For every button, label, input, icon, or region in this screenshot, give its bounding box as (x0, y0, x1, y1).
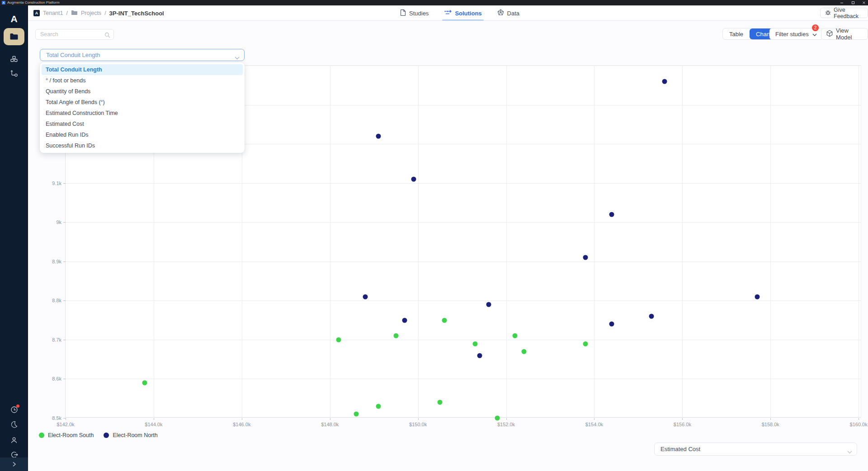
data-point-elect-room-north[interactable] (411, 177, 416, 182)
x-tick-label: $158.0k (762, 422, 779, 427)
window-titlebar[interactable]: A Augmenta Construction Platform (0, 0, 868, 5)
x-tick-label: $160.0k (850, 422, 868, 427)
search-icon (104, 32, 110, 40)
x-gridline (506, 66, 507, 417)
breadcrumb-tenant[interactable]: Tenant1 (43, 10, 63, 16)
data-point-elect-room-south[interactable] (354, 412, 359, 417)
x-tick-label: $150.0k (409, 422, 427, 427)
close-button[interactable] (861, 0, 867, 5)
y-tick-mark (63, 340, 66, 340)
x-tick-mark (154, 418, 154, 420)
search-input[interactable] (40, 29, 104, 39)
chevron-down-icon (812, 31, 817, 38)
data-point-elect-room-south[interactable] (521, 349, 526, 354)
sidebar-expand-button[interactable] (0, 457, 28, 471)
breadcrumb-projects[interactable]: Projects (81, 10, 101, 16)
sidebar-item-workflows[interactable] (0, 67, 28, 79)
tab-solutions[interactable]: Solutions (444, 5, 481, 21)
dropdown-option[interactable]: Total Angle of Bends (°) (42, 97, 243, 108)
tab-studies[interactable]: Studies (400, 5, 429, 21)
data-point-elect-room-north[interactable] (609, 322, 614, 327)
dropdown-option[interactable]: Enabled Run IDs (42, 129, 243, 140)
data-point-elect-room-north[interactable] (363, 294, 368, 299)
give-feedback-button[interactable]: Give Feedback (820, 8, 868, 18)
data-point-elect-room-north[interactable] (477, 353, 482, 358)
x-tick-mark (66, 418, 66, 420)
data-point-elect-room-north[interactable] (755, 294, 760, 299)
view-model-button[interactable]: View Model (821, 28, 868, 40)
y-tick-label: 9.1k (52, 181, 61, 186)
x-tick-mark (859, 418, 859, 420)
data-point-elect-room-north[interactable] (402, 318, 407, 323)
sidebar-item-notifications[interactable] (0, 404, 28, 415)
tenant-logo-icon: A (33, 10, 40, 16)
legend-label: Elect-Room North (113, 432, 157, 438)
x-tick-label: $144.0k (145, 422, 162, 427)
y-gridline (66, 262, 861, 262)
tab-data[interactable]: Data (497, 5, 519, 21)
maximize-button[interactable] (850, 0, 856, 5)
feedback-label: Give Feedback (834, 7, 863, 19)
x-gridline (859, 66, 859, 417)
status-clock-icon (10, 406, 18, 414)
y-tick-label: 9k (56, 219, 61, 225)
data-point-elect-room-north[interactable] (662, 79, 667, 84)
data-point-elect-room-north[interactable] (376, 133, 381, 138)
data-point-elect-room-south[interactable] (473, 341, 478, 346)
y-tick-mark (63, 262, 66, 262)
legend-item[interactable]: Elect-Room North (104, 432, 157, 438)
chevron-right-icon (12, 461, 16, 467)
y-gridline (66, 379, 861, 379)
dropdown-option[interactable]: ° / foot or bends (42, 75, 243, 86)
minimize-button[interactable] (839, 0, 845, 5)
data-point-elect-room-south[interactable] (438, 400, 443, 405)
sidebar-item-studies[interactable] (0, 53, 28, 65)
x-tick-mark (418, 418, 419, 420)
x-gridline (330, 66, 330, 417)
data-point-elect-room-south[interactable] (142, 381, 147, 385)
sidebar-item-dark-mode[interactable] (0, 419, 28, 430)
data-point-elect-room-north[interactable] (583, 255, 588, 260)
data-point-elect-room-south[interactable] (376, 404, 381, 409)
x-tick-mark (506, 418, 507, 420)
nav-tabs: Studies Solutions Data (400, 5, 519, 21)
data-point-elect-room-north[interactable] (486, 302, 491, 307)
data-point-elect-room-south[interactable] (336, 337, 341, 342)
y-tick-mark (63, 222, 66, 223)
y-gridline (66, 340, 861, 340)
tab-label: Solutions (455, 10, 481, 17)
x-tick-label: $152.0k (497, 422, 515, 427)
data-point-elect-room-south[interactable] (495, 416, 500, 421)
table-view-button[interactable]: Table (723, 29, 750, 39)
dropdown-option[interactable]: Estimated Construction Time (42, 108, 243, 119)
y-tick-label: 8.7k (52, 337, 61, 343)
data-point-elect-room-north[interactable] (609, 212, 614, 217)
sidebar-item-projects[interactable] (4, 28, 24, 45)
breadcrumb: A Tenant1 / Projects / 3P-INT_TechSchool (33, 5, 164, 21)
y-gridline (66, 183, 861, 184)
folder-icon (9, 33, 19, 40)
bug-icon (825, 10, 831, 17)
y-tick-mark (63, 183, 66, 184)
data-point-elect-room-south[interactable] (442, 318, 447, 323)
x-tick-label: $148.0k (321, 422, 339, 427)
dropdown-option[interactable]: Estimated Cost (42, 119, 243, 129)
dropdown-option[interactable]: Quantity of Bends (42, 86, 243, 97)
notification-badge (16, 404, 19, 408)
sidebar-item-account[interactable] (0, 434, 28, 446)
data-point-elect-room-south[interactable] (513, 333, 518, 338)
x-gridline (594, 66, 594, 417)
dropdown-option[interactable]: Total Conduit Length (42, 64, 243, 75)
app-logo-icon: A (2, 1, 5, 5)
y-tick-mark (63, 300, 66, 301)
legend-dot (104, 433, 109, 438)
y-axis-metric-select[interactable]: Total Conduit Length (40, 49, 245, 61)
data-point-elect-room-south[interactable] (583, 341, 588, 346)
data-point-elect-room-north[interactable] (649, 314, 654, 319)
legend-item[interactable]: Elect-Room South (39, 432, 94, 438)
x-axis-metric-select[interactable]: Estimated Cost (654, 442, 857, 456)
data-point-elect-room-south[interactable] (393, 333, 398, 338)
dropdown-option[interactable]: Successful Run IDs (42, 140, 243, 151)
x-tick-mark (770, 418, 771, 420)
y-gridline (66, 222, 861, 223)
